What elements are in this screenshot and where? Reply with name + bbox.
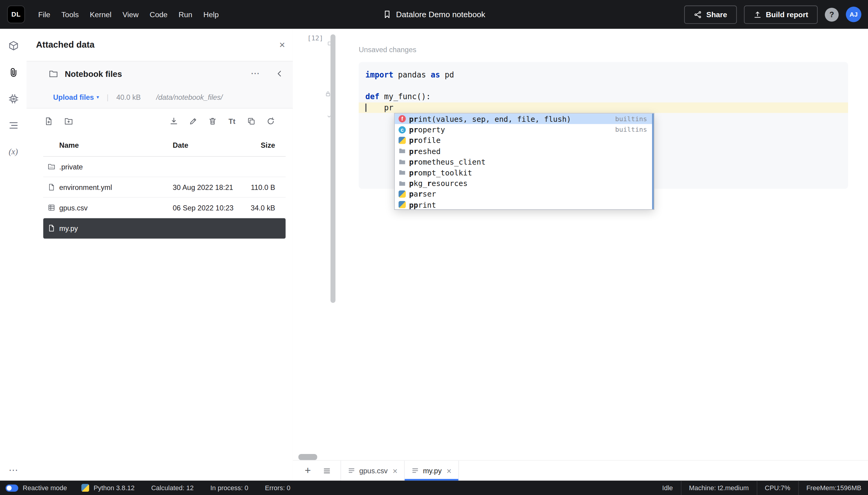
list-icon [323, 466, 331, 475]
add-folder-button[interactable] [63, 116, 74, 127]
calculated-label: Calculated: 12 [151, 484, 194, 492]
column-name: Name [59, 141, 173, 149]
completion-origin: builtins [615, 115, 647, 123]
rail-item-functions[interactable]: (x) [0, 138, 27, 165]
share-icon [694, 10, 702, 19]
function-icon: f [398, 115, 406, 122]
rail-item-attached-data[interactable] [0, 59, 27, 85]
upload-files-label: Upload files [53, 93, 94, 101]
errors-label: Errors: 0 [265, 484, 291, 492]
paperclip-icon [8, 67, 19, 77]
tab-list-button[interactable] [319, 463, 334, 478]
horizontal-scrollbar[interactable] [298, 454, 317, 460]
completion-text: pkg_resources [409, 179, 467, 188]
copy-icon [247, 117, 256, 126]
completion-item[interactable]: pkg_resources [395, 178, 654, 189]
datalore-app: DL FileToolsKernelViewCodeRunHelp Datalo… [0, 0, 868, 495]
status-right: Idle Machine: t2.medium CPU: 7% FreeMem:… [662, 480, 868, 495]
completion-item[interactable]: preshed [395, 146, 654, 156]
rail-item-outline[interactable] [0, 112, 27, 138]
build-report-label: Build report [766, 10, 808, 19]
mem-value: 1596MB [837, 484, 861, 492]
file-row-my.py[interactable]: my.py [43, 218, 285, 239]
download-button[interactable] [168, 116, 179, 127]
notebook-title-wrap: Datalore Demo notebook [383, 10, 485, 19]
file-icon [48, 224, 55, 232]
completion-text: property [409, 125, 445, 134]
code-line: def my_func(): [359, 91, 848, 102]
file-table-header: Name Date Size [43, 134, 285, 156]
add-folder-icon [64, 117, 73, 126]
reactive-mode-toggle[interactable] [5, 484, 18, 491]
menu-run[interactable]: Run [173, 7, 198, 21]
completion-item[interactable]: fprint(values, sep, end, file, flush)bui… [395, 114, 654, 124]
caret [365, 103, 366, 112]
popup-scrollbar[interactable] [652, 114, 654, 209]
files-toolbar: Tt [27, 108, 293, 134]
completion-text: pprint [409, 201, 436, 209]
more-options-button[interactable]: ⋯ [0, 464, 27, 476]
status-separator [680, 480, 681, 495]
unsaved-changes-label: Unsaved changes [359, 46, 416, 54]
close-icon[interactable]: × [279, 40, 285, 50]
close-icon[interactable]: × [447, 466, 451, 475]
file-name: environment.yml [59, 183, 173, 191]
rail-item-modules[interactable] [0, 32, 27, 59]
refresh-button[interactable] [265, 116, 276, 127]
files-toolbar-right: Tt [168, 116, 276, 127]
rail-items: (x) [0, 29, 27, 165]
toggle-knob [7, 485, 12, 491]
menu-kernel[interactable]: Kernel [84, 7, 117, 21]
code-area[interactable]: import pandas as pddef my_func(): pr [359, 62, 848, 113]
add-tab-button[interactable]: + [300, 463, 315, 478]
tab-my.py[interactable]: my.py× [405, 461, 459, 480]
folder-icon [398, 180, 406, 187]
edit-button[interactable] [188, 116, 199, 127]
menu-file[interactable]: File [33, 7, 56, 21]
upload-files-button[interactable]: Upload files ▾ [53, 93, 99, 101]
divider: | [107, 93, 108, 101]
rail-item-environment[interactable] [0, 85, 27, 112]
completion-item[interactable]: parser [395, 189, 654, 200]
avatar[interactable]: AJ [846, 7, 861, 22]
menu-help[interactable]: Help [198, 7, 224, 21]
delete-button[interactable] [207, 116, 218, 127]
python-icon [398, 201, 406, 208]
collapse-panel-icon[interactable] [275, 69, 284, 78]
file-row-.private[interactable]: .private [43, 157, 285, 177]
completion-item[interactable]: prompt_toolkit [395, 167, 654, 178]
outline-icon [8, 120, 19, 131]
completion-item[interactable]: cpropertybuiltins [395, 124, 654, 135]
file-date: 06 Sep 2022 10:23 [173, 204, 241, 212]
kernel-label[interactable]: Python 3.8.12 [93, 484, 135, 492]
completion-item[interactable]: prometheus_client [395, 156, 654, 167]
build-report-button[interactable]: Build report [744, 5, 818, 23]
file-row-environment.yml[interactable]: environment.yml30 Aug 2022 18:21110.0 B [43, 177, 285, 198]
completion-item[interactable]: profile [395, 135, 654, 146]
datalore-logo[interactable]: DL [7, 5, 25, 23]
menu-view[interactable]: View [117, 7, 144, 21]
lines-icon [411, 467, 419, 475]
tab-strip: + gpus.csv×my.py× [293, 460, 868, 480]
vertical-scrollbar[interactable] [331, 34, 336, 303]
folder-private-icon [48, 163, 55, 171]
tab-gpus.csv[interactable]: gpus.csv× [341, 461, 404, 480]
help-button[interactable]: ? [825, 7, 839, 21]
cube-icon [8, 40, 19, 51]
code-line [359, 81, 848, 91]
file-row-gpus.csv[interactable]: gpus.csv06 Sep 2022 10:2334.0 kB [43, 198, 285, 218]
close-icon[interactable]: × [393, 466, 398, 475]
more-actions-button[interactable]: ⋯ [251, 69, 261, 78]
copy-button[interactable] [246, 116, 257, 127]
completion-text: parser [409, 190, 436, 198]
menu-tools[interactable]: Tools [56, 7, 84, 21]
text-format-button[interactable]: Tt [226, 116, 238, 127]
file-size: 110.0 B [241, 183, 275, 191]
column-date: Date [173, 141, 241, 149]
completion-item[interactable]: pprint [395, 199, 654, 210]
add-file-button[interactable] [43, 116, 54, 127]
share-button[interactable]: Share [684, 5, 736, 23]
folder-icon [398, 158, 406, 166]
file-size: 34.0 kB [241, 204, 275, 212]
menu-code[interactable]: Code [144, 7, 173, 21]
